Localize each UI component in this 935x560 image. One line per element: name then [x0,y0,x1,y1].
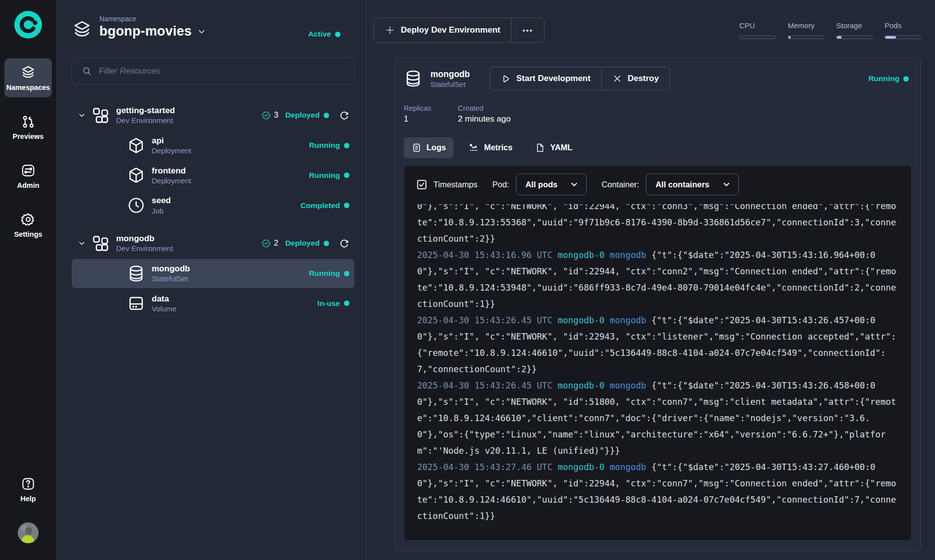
namespace-layers-icon [72,19,92,40]
resource-kind: Job [152,206,300,216]
log-lines: 0"},"s":"I", "c":"NETWORK", "id":22944, … [417,204,898,524]
plus-icon [385,25,395,35]
sidebar-item-admin[interactable]: Admin [4,157,52,195]
namespace-selector[interactable]: bgonp-movies [99,24,308,39]
detail-actions: Start Development Destroy [490,67,671,90]
ellipsis-icon: ••• [522,26,533,35]
okteto-logo-icon[interactable] [14,11,42,39]
tree-row-seed[interactable]: seed Job Completed [72,191,354,220]
document-lines-icon [412,143,422,153]
user-avatar[interactable] [18,522,39,543]
namespace-status-badge: Active [308,30,340,39]
namespace-status-text: Active [308,30,331,39]
detail-status-badge: Running [868,74,912,83]
resource-name: seed [152,195,300,206]
sidebar-item-previews[interactable]: Previews [4,108,52,146]
sidebar-item-label: Previews [13,132,44,140]
resource-status: Completed [300,201,349,210]
deploy-dev-environment-button[interactable]: Deploy Dev Environment [374,18,511,42]
statefulset-database-icon [127,264,152,283]
status-dot [335,32,340,37]
deploy-button-group: Deploy Dev Environment ••• [374,18,545,43]
chart-line-icon [468,142,479,153]
chevron-down-icon[interactable] [72,239,91,248]
tab-metrics[interactable]: Metrics [461,137,520,158]
meta-replicas: Replicas 1 [404,104,431,124]
resource-detail-card: mongodb StatefulSet Start Development De… [394,57,921,551]
log-toolbar: Timestamps Pod: All pods Container: All … [417,173,898,195]
sidebar-item-settings[interactable]: Settings [4,206,52,244]
sidebar-item-namespaces[interactable]: Namespaces [4,58,52,97]
dev-environment-icon [91,234,116,253]
sidebar-item-label: Settings [14,230,42,238]
help-icon [21,476,36,491]
detail-kind: StatefulSet [430,81,470,88]
more-actions-button[interactable]: ••• [511,18,544,42]
log-entry: 2025-04-30 15:43:16.96 UTC mongodb-0 mon… [417,250,896,309]
namespace-name: bgonp-movies [99,24,192,39]
tree-row-getting-started[interactable]: getting-started Dev Environment 3 Deploy… [72,101,354,130]
resource-tree: getting-started Dev Environment 3 Deploy… [72,101,354,318]
tab-logs[interactable]: Logs [404,137,454,158]
pod-select[interactable]: All pods [516,173,587,195]
layers-icon [20,64,36,80]
meter-label: Pods [885,21,921,30]
resource-name: mongodb [116,233,261,244]
sidebar-item-label: Admin [17,181,39,189]
chevron-down-icon[interactable] [72,111,91,120]
namespace-label: Namespace [99,15,308,23]
resource-name: mongodb [152,263,309,274]
filter-resources-input[interactable] [99,66,344,76]
ready-count-badge: 2 [261,239,278,248]
resource-status: Deployed [285,111,329,120]
redeploy-icon[interactable] [339,110,349,121]
sidebar-item-label: Namespaces [6,84,50,91]
log-entry: 2025-04-30 15:43:26.45 UTC mongodb-0 mon… [417,381,896,456]
detail-tabs: Logs Metrics YAML [404,137,912,158]
filter-resources-box [72,57,354,85]
meter-label: Memory [788,21,824,30]
resources-panel: Namespace bgonp-movies Active [57,0,367,560]
detail-meta: Replicas 1 Created 2 minutes ago [404,104,912,124]
play-icon [501,74,510,84]
detail-status-text: Running [868,74,899,83]
resource-name: api [152,135,309,146]
resource-status: Deployed [285,239,329,248]
pull-request-icon [21,114,36,129]
tree-row-api[interactable]: api Deployment Running [72,131,354,160]
x-icon [613,74,622,83]
log-entry: 0"},"s":"I", "c":"NETWORK", "id":22944, … [417,204,896,244]
log-viewer[interactable]: Timestamps Pod: All pods Container: All … [404,165,912,541]
status-dot [903,76,909,82]
start-development-button[interactable]: Start Development [490,67,601,90]
log-scroll-area[interactable]: 0"},"s":"I", "c":"NETWORK", "id":22944, … [417,204,898,535]
sidebar-item-help[interactable]: Help [4,471,52,509]
tree-row-frontend[interactable]: frontend Deployment Running [72,161,354,190]
tree-row-mongodb-env[interactable]: mongodb Dev Environment 2 Deployed [72,229,354,258]
meter-label: CPU [739,21,776,30]
tab-yaml[interactable]: YAML [527,137,580,158]
redeploy-icon[interactable] [339,238,349,249]
meter-cpu: CPU [739,21,776,39]
chevron-down-icon [570,180,578,188]
resource-status: In-use [317,299,349,308]
tree-row-mongodb-statefulset[interactable]: mongodb StatefulSet Running [72,259,354,288]
namespace-header: Namespace bgonp-movies Active [72,15,354,40]
detail-header: mongodb StatefulSet Start Development De… [404,67,912,90]
chevron-down-icon [197,27,207,37]
destroy-button[interactable]: Destroy [601,67,670,90]
statefulset-database-icon [404,69,423,88]
meter-label: Storage [836,21,873,30]
top-bar: Deploy Dev Environment ••• CPU Memory St… [374,18,921,43]
container-select[interactable]: All containers [646,173,738,195]
tree-row-data-volume[interactable]: data Volume In-use [72,289,354,318]
resource-name: frontend [152,166,309,176]
resource-name: data [152,294,317,304]
resource-kind: Deployment [152,176,309,186]
sliders-icon [21,163,36,178]
file-icon [535,143,545,153]
resource-kind: StatefulSet [152,274,309,284]
meta-created: Created 2 minutes ago [458,104,511,124]
quota-meters: CPU Memory Storage Pods [739,21,921,39]
timestamps-checkbox[interactable] [417,180,426,189]
